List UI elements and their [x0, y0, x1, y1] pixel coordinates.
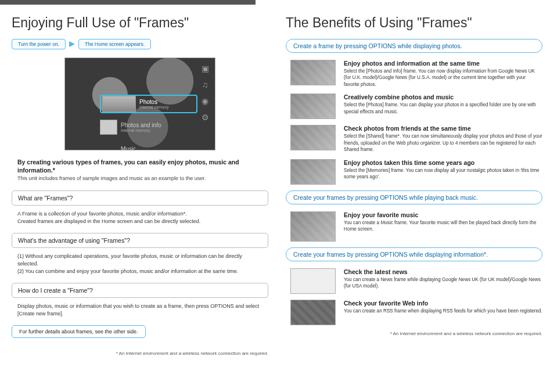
rule-music: Create your frames by pressing OPTIONS w…	[286, 190, 542, 204]
rule-info: Create your frames by pressing OPTIONS w…	[286, 247, 542, 261]
row1-sub: Internal memory	[139, 105, 169, 110]
thumb-f4	[290, 159, 336, 185]
q3-body: Display photos, music or information tha…	[17, 303, 262, 317]
f1-text: Select the [Photos and Info] frame. You …	[344, 68, 542, 88]
left-title: Enjoying Full Use of "Frames"	[12, 15, 268, 31]
thumb-f5	[290, 211, 336, 242]
intro-bold: By creating various types of frames, you…	[17, 159, 262, 174]
intro-note: This unit includes frames of sample imag…	[17, 175, 262, 181]
thumb-f3	[290, 125, 336, 150]
row2-label: Photos and info	[121, 122, 161, 128]
q1-body: A Frame is a collection of your favorite…	[17, 210, 262, 225]
f4-text: Select the [Memories] frame. You can now…	[344, 167, 542, 181]
f6-text: You can create a News frame while displa…	[344, 276, 542, 290]
right-title: The Benefits of Using "Frames"	[286, 15, 542, 31]
f1-heading: Enjoy photos and information at the same…	[344, 60, 542, 67]
q1-body-1: A Frame is a collection of your favorite…	[17, 210, 262, 218]
left-column: Enjoying Full Use of "Frames" Turn the p…	[12, 9, 268, 356]
q3-box: How do I create a "Frame"?	[12, 283, 268, 298]
f5-heading: Enjoy your favorite music	[344, 211, 542, 218]
q2-body-1: (1) Without any complicated operations, …	[17, 253, 262, 267]
steps-row: Turn the power on. The Home screen appea…	[12, 39, 268, 49]
feature-news: Check the latest news You can create a N…	[290, 268, 542, 294]
feature-music: Enjoy your favorite music You can create…	[290, 211, 542, 242]
rule-photos: Create a frame by pressing OPTIONS while…	[286, 39, 542, 53]
row3-label: Music	[121, 146, 136, 151]
camera-icon: ▣	[200, 64, 210, 73]
thumb-photos	[102, 96, 136, 112]
globe-icon: ◉	[200, 96, 210, 106]
row2-sub: Internal memory	[121, 128, 161, 133]
menu-row-music: Music	[100, 139, 197, 150]
f3-heading: Check photos from friends at the same ti…	[344, 125, 542, 132]
thumb-f7	[290, 300, 336, 325]
left-footnote: * An Internet environment and a wireless…	[12, 351, 268, 356]
further-details-box: For further details about frames, see th…	[12, 325, 146, 338]
thumb-f6	[290, 268, 336, 294]
feature-memories: Enjoy photos taken this time some years …	[290, 159, 542, 185]
step-1-pill: Turn the power on.	[12, 39, 66, 49]
music-note-icon: ♫	[200, 80, 210, 89]
thumb-f2	[290, 93, 336, 119]
thumb-photos-info	[100, 120, 117, 135]
q2-body-2: (2) You can combine and enjoy your favor…	[17, 268, 262, 275]
f2-heading: Creatively combine photos and music	[344, 93, 542, 100]
right-column: The Benefits of Using "Frames" Create a …	[286, 9, 542, 356]
feature-rss: Check your favorite Web info You can cre…	[290, 300, 542, 325]
gear-icon: ⚙	[200, 113, 210, 122]
header-bar	[0, 0, 256, 5]
q1-body-2: Created frames are displayed in the Home…	[17, 218, 262, 225]
f7-text: You can create an RSS frame when display…	[344, 308, 542, 314]
q2-box: What's the advantage of using "Frames"?	[12, 233, 268, 248]
step-2-pill: The Home screen appears.	[78, 39, 151, 49]
f7-heading: Check your favorite Web info	[344, 300, 542, 307]
thumb-f1	[290, 60, 336, 85]
feature-shared: Check photos from friends at the same ti…	[290, 125, 542, 153]
home-screen-illustration: ▣ ♫ ◉ ⚙ PhotosInternal memory Photos and…	[64, 57, 215, 150]
f3-text: Select the [Shared] frame*. You can now …	[344, 133, 542, 153]
page: Enjoying Full Use of "Frames" Turn the p…	[0, 9, 554, 368]
right-footnote: * An Internet environment and a wireless…	[286, 331, 542, 336]
f4-heading: Enjoy photos taken this time some years …	[344, 159, 542, 166]
f6-heading: Check the latest news	[344, 268, 542, 275]
feature-photos-info: Enjoy photos and information at the same…	[290, 60, 542, 88]
f2-text: Select the [Photos] frame. You can displ…	[344, 102, 542, 115]
q2-body: (1) Without any complicated operations, …	[17, 253, 262, 275]
menu-row-photos-info: Photos and infoInternal memory	[100, 118, 197, 136]
menu-row-photos: PhotosInternal memory	[100, 95, 197, 113]
f5-text: You can create a Music frame. Your favor…	[344, 220, 542, 233]
arrow-icon	[69, 41, 75, 47]
feature-photos-music: Creatively combine photos and music Sele…	[290, 93, 542, 119]
q1-box: What are "Frames"?	[12, 190, 268, 206]
row1-label: Photos	[139, 99, 157, 105]
